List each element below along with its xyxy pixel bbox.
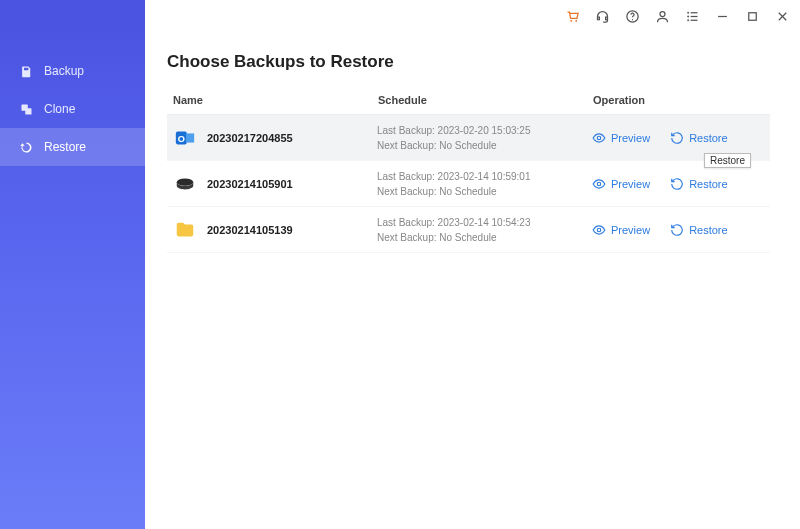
folder-icon [173, 218, 197, 242]
minimize-icon[interactable] [714, 8, 730, 24]
maximize-icon[interactable] [744, 8, 760, 24]
svg-point-0 [570, 19, 572, 21]
backup-name: 20230214105901 [207, 178, 377, 190]
cart-icon[interactable] [564, 8, 580, 24]
help-icon[interactable] [624, 8, 640, 24]
restore-action-icon [670, 131, 684, 145]
backup-name: 20230217204855 [207, 132, 377, 144]
eye-icon [592, 223, 606, 237]
svg-text:O: O [178, 133, 185, 143]
svg-point-1 [575, 19, 577, 21]
svg-point-6 [687, 15, 689, 17]
sidebar-item-label: Clone [44, 102, 75, 116]
backup-name: 20230214105139 [207, 224, 377, 236]
column-operation: Operation [593, 94, 770, 106]
restore-icon [18, 140, 34, 154]
svg-point-7 [687, 19, 689, 21]
tooltip: Restore [704, 153, 751, 168]
svg-point-5 [687, 11, 689, 13]
table-header: Name Schedule Operation [167, 94, 770, 115]
clone-icon [18, 102, 34, 116]
preview-button[interactable]: Preview [592, 131, 650, 145]
eye-icon [592, 131, 606, 145]
sidebar-item-restore[interactable]: Restore [0, 128, 145, 166]
column-name: Name [173, 94, 378, 106]
svg-point-4 [660, 11, 665, 16]
restore-action-icon [670, 177, 684, 191]
titlebar-actions [564, 8, 790, 24]
svg-rect-12 [748, 12, 756, 20]
backup-schedule: Last Backup: 2023-02-14 10:59:01 Next Ba… [377, 169, 592, 199]
backup-schedule: Last Backup: 2023-02-20 15:03:25 Next Ba… [377, 123, 592, 153]
sidebar: Backup Clone Restore [0, 0, 145, 529]
outlook-icon: O [173, 126, 197, 150]
svg-point-20 [597, 136, 601, 140]
restore-button[interactable]: Restore [670, 131, 728, 145]
svg-rect-19 [186, 133, 194, 142]
backup-row[interactable]: O 20230217204855 Last Backup: 2023-02-20… [167, 115, 770, 161]
sidebar-item-backup[interactable]: Backup [0, 52, 145, 90]
column-schedule: Schedule [378, 94, 593, 106]
svg-point-22 [597, 182, 601, 186]
user-icon[interactable] [654, 8, 670, 24]
backup-row[interactable]: 20230214105139 Last Backup: 2023-02-14 1… [167, 207, 770, 253]
headset-icon[interactable] [594, 8, 610, 24]
preview-button[interactable]: Preview [592, 223, 650, 237]
backup-schedule: Last Backup: 2023-02-14 10:54:23 Next Ba… [377, 215, 592, 245]
restore-button[interactable]: Restore [670, 177, 728, 191]
svg-point-3 [631, 19, 632, 20]
restore-action-icon [670, 223, 684, 237]
preview-button[interactable]: Preview [592, 177, 650, 191]
backup-row[interactable]: 20230214105901 Last Backup: 2023-02-14 1… [167, 161, 770, 207]
page-title: Choose Backups to Restore [167, 52, 770, 72]
close-icon[interactable] [774, 8, 790, 24]
menu-list-icon[interactable] [684, 8, 700, 24]
backup-icon [18, 64, 34, 78]
restore-button[interactable]: Restore [670, 223, 728, 237]
sidebar-item-label: Restore [44, 140, 86, 154]
svg-rect-16 [25, 108, 31, 114]
sidebar-item-clone[interactable]: Clone [0, 90, 145, 128]
sidebar-item-label: Backup [44, 64, 84, 78]
svg-point-21 [177, 178, 194, 185]
main-panel: Choose Backups to Restore Name Schedule … [145, 32, 800, 529]
svg-point-23 [597, 228, 601, 232]
eye-icon [592, 177, 606, 191]
disk-icon [173, 172, 197, 196]
